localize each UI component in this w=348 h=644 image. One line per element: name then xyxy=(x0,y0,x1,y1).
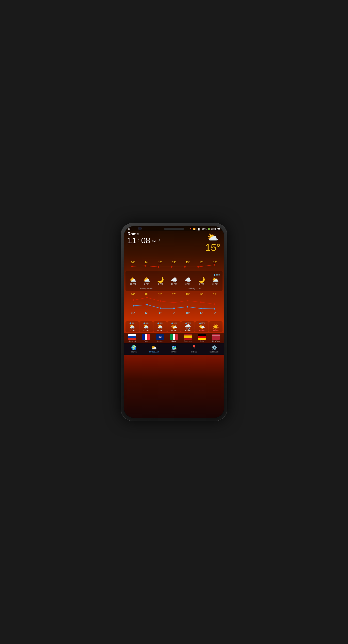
hourly-temp-2: 13° xyxy=(153,261,167,264)
day-mon-label: Monday 11 Dec. xyxy=(140,288,153,289)
city-barcelona[interactable]: Barcelona xyxy=(182,334,195,342)
daily-date-2: 13 Dec xyxy=(157,330,163,331)
time-colon: : xyxy=(138,237,140,244)
daily-item-5[interactable]: 💧35% 🌤️ 16 Dec xyxy=(195,321,209,332)
status-time: 2:08 PM xyxy=(211,228,220,230)
svg-point-9 xyxy=(160,300,161,302)
svg-point-14 xyxy=(133,305,134,306)
hourly-icons-container: 💧15% ⛅ 10 AM ⛅ 2 PM 🌙 6 PM xyxy=(125,271,223,291)
hourly-temp-1: 14° xyxy=(140,261,153,264)
hourly-item-6: ⛅ 10 AM xyxy=(208,277,222,285)
hourly-item-5: 🌙 6 AM xyxy=(195,277,208,285)
hourly-item-4: ☁️ 2 AM xyxy=(181,277,195,285)
high-6: 10° xyxy=(208,293,222,296)
day-tue-label: Tuesday 12 Dec. xyxy=(188,288,202,289)
time-ampm: AM xyxy=(152,240,155,242)
city-berlin[interactable]: Berlin xyxy=(196,334,209,342)
time-min: 08 xyxy=(141,236,150,244)
daily-precip-1: 💧40% xyxy=(143,322,149,324)
city-london[interactable]: 🇬🇧 London xyxy=(153,334,166,342)
hourly-chart-svg xyxy=(126,264,222,269)
high-1: 16° xyxy=(140,293,153,296)
svg-point-8 xyxy=(146,297,148,298)
nav-settings-label: SETTINGS xyxy=(210,351,218,353)
battery-percent: 89% xyxy=(202,228,207,230)
hourly-temp-0: 14° xyxy=(126,261,140,264)
daily-precip-5: 💧35% xyxy=(199,322,205,324)
daily-date-0: 11 Dec xyxy=(129,330,135,331)
svg-point-6 xyxy=(214,264,215,266)
hourly-temps-section: 14° 14° 13° 13° 13° 13° 15° xyxy=(124,253,224,270)
flag-spain xyxy=(184,334,192,340)
daily-forecast: 💧50% 🌦️ 11 Dec 💧40% 🌦️ 12 Dec 💧55% 🌦️ 13… xyxy=(124,320,224,333)
city-rome[interactable]: Rome xyxy=(167,334,180,342)
low-0: 11° xyxy=(126,312,140,314)
hourly-time-1: 2 PM xyxy=(144,283,149,285)
low-1: 12° xyxy=(140,312,153,314)
daily-item-2[interactable]: 💧55% 🌦️ 13 Dec xyxy=(153,321,167,332)
city-paris[interactable]: Paris xyxy=(139,334,152,342)
share-icon[interactable]: ⤴ xyxy=(159,239,160,242)
daily-item-1[interactable]: 💧40% 🌦️ 12 Dec xyxy=(139,321,153,332)
daily-item-4[interactable]: 💧75% 🌧️ 15 Dec xyxy=(181,321,195,332)
current-temp: 15° xyxy=(205,242,221,253)
nav-cities-icon: 📍 xyxy=(191,345,197,350)
location-icon: 📍 xyxy=(189,228,192,230)
nav-maps-label: MAPS xyxy=(171,351,177,353)
city-name-berlin: Berlin xyxy=(200,340,204,342)
bottom-nav: 🌍 HOME ⛅ FORECAST 🗺️ MAPS 📍 CITIES ⚙️ xyxy=(124,343,224,355)
hourly-temp-5: 13° xyxy=(195,261,208,264)
nav-home[interactable]: 🌍 HOME xyxy=(124,345,144,353)
nav-maps[interactable]: 🗺️ MAPS xyxy=(164,345,184,353)
high-4: 13° xyxy=(181,293,195,296)
time-hour: 11 xyxy=(128,236,137,244)
daily-icon-1: 🌦️ xyxy=(143,324,149,329)
city-name-russia: Ulyanovsk xyxy=(128,340,136,342)
daily-precip-3: 💧10% xyxy=(171,322,177,324)
svg-point-11 xyxy=(187,300,188,301)
daily-date-4: 15 Dec xyxy=(185,330,191,331)
svg-point-20 xyxy=(214,308,215,310)
daily-icon-2: 🌦️ xyxy=(157,324,163,329)
hourly-time-0: 10 AM xyxy=(130,283,136,285)
daily-item-6[interactable]: 💧 ☀️ 17 Dec xyxy=(209,321,223,332)
low-2: 6° xyxy=(153,312,167,314)
nav-home-label: HOME xyxy=(131,351,137,353)
hourly-time-3: 10 PM xyxy=(171,283,177,285)
daily-item-0[interactable]: 💧50% 🌦️ 11 Dec xyxy=(125,321,139,332)
status-left: 🖼 xyxy=(128,228,130,230)
hourly-time-6: 10 AM xyxy=(212,283,218,285)
day-tue: Tuesday 12 Dec. xyxy=(169,286,221,290)
daily-date-6: 17 Dec xyxy=(213,330,219,331)
daily-precip-2: 💧55% xyxy=(157,322,163,324)
hourly-time-5: 6 AM xyxy=(199,283,204,285)
flag-france xyxy=(142,334,150,340)
high-3: 12° xyxy=(167,293,181,296)
nav-cities[interactable]: 📍 CITIES xyxy=(184,345,204,353)
svg-point-7 xyxy=(133,299,134,301)
daily-icon-6: ☀️ xyxy=(213,324,219,329)
hourly-temp-6: 15° xyxy=(208,261,222,264)
hourly-item-2: 🌙 6 PM xyxy=(153,277,167,285)
time-row: 11 : 08 AM ⤴ xyxy=(128,236,160,244)
svg-point-10 xyxy=(173,302,175,303)
nav-settings[interactable]: ⚙️ SETTINGS xyxy=(204,345,224,353)
nav-forecast[interactable]: ⛅ FORECAST xyxy=(144,345,164,353)
daily-item-3[interactable]: 💧10% 🌤️ 14 Dec xyxy=(167,321,181,332)
svg-point-3 xyxy=(171,266,172,268)
multiday-highs: 14° 16° 13° 12° 13° 12° 10° xyxy=(126,293,222,296)
hourly-icon-1: ⛅ xyxy=(143,277,150,283)
flag-uk: 🇬🇧 xyxy=(156,334,164,340)
day-labels-row: Monday 11 Dec. Tuesday 12 Dec. xyxy=(126,285,222,290)
low-6: 3° xyxy=(208,312,222,314)
low-4: 10° xyxy=(181,312,195,314)
nav-maps-icon: 🗺️ xyxy=(171,345,177,350)
battery-icon: 🔋 xyxy=(208,228,210,230)
screen-content: 🖼 📍 📶 ▌▌▌ 89% 🔋 2:08 PM Rome 11 : xyxy=(124,226,224,418)
multiday-chart-svg xyxy=(126,296,222,310)
phone-camera xyxy=(138,227,142,230)
hourly-time-4: 2 AM xyxy=(185,283,190,285)
city-newyork[interactable]: New York xyxy=(210,334,223,342)
nav-settings-icon: ⚙️ xyxy=(211,345,217,350)
city-russia[interactable]: Ulyanovsk xyxy=(125,334,138,342)
